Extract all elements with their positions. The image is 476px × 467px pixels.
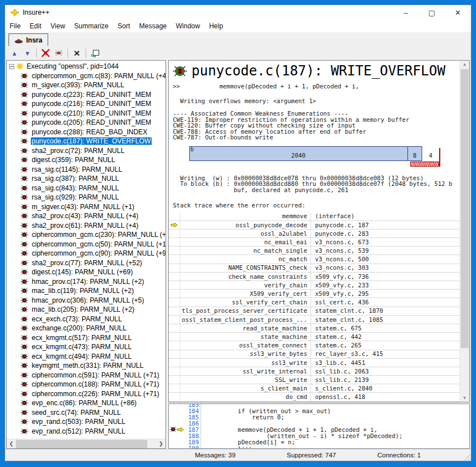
- address-info: Writing (w) : 0x00000038d8dce078 thru 0x…: [169, 175, 460, 193]
- menu-item[interactable]: File: [5, 20, 25, 32]
- stack-frame-row[interactable]: do_cmd openssl.c, 418: [169, 393, 460, 401]
- tree-message-item[interactable]: hmac_prov.c(174): PARM_NULL (+2): [7, 277, 165, 287]
- stack-frame-row[interactable]: nc_email_eai v3_ncons.c, 673: [169, 238, 460, 247]
- stack-frame-row[interactable]: memmove (interface): [169, 213, 460, 221]
- tree-message-item[interactable]: evp_rand.c(503): PARM_NULL: [7, 417, 165, 427]
- tree-horizontal-scrollbar[interactable]: ❮ ❯: [7, 439, 165, 448]
- tree-message-item[interactable]: ciphercommon_gcm.c(83): PARM_NULL (+4): [7, 71, 165, 81]
- tree-message-item[interactable]: rsa_sig.c(843): PARM_NULL: [7, 184, 165, 193]
- stack-frame-row[interactable]: check_name_constraints x509_vfy.c, 736: [169, 273, 460, 281]
- tree-message-item[interactable]: m_sigver.c(393): PARM_NULL: [7, 80, 165, 90]
- edit-source-button[interactable]: [88, 47, 101, 59]
- tree-message-item[interactable]: ciphercommon_gcm.c(50): PARM_NULL (+14): [7, 240, 165, 249]
- scroll-left-icon[interactable]: ❮: [7, 441, 16, 447]
- stack-frame-row[interactable]: SSL_write ssl_lib.c, 2139: [169, 376, 460, 384]
- scrollbar-thumb[interactable]: [461, 69, 469, 348]
- menu-item[interactable]: Edit: [25, 20, 46, 32]
- tree-message-item[interactable]: ecx_kmgmt.c(494): PARM_NULL: [7, 352, 165, 362]
- tree-message-item[interactable]: ecx_kmgmt.c(473): PARM_NULL: [7, 342, 165, 352]
- delete-button[interactable]: ✕: [70, 47, 83, 59]
- stack-frame-row[interactable]: X509_verify_cert x509_vfy.c, 295: [169, 290, 460, 298]
- tree-message-item[interactable]: seed_src.c(74): PARM_NULL: [7, 408, 165, 418]
- stack-frame-row[interactable]: s_client_main s_client.c, 2840: [169, 384, 460, 393]
- tree-message-item[interactable]: keymgmt_meth.c(331): PARM_NULL: [7, 361, 165, 371]
- line-number: 190: [184, 445, 201, 449]
- detail-header: punycode.c(187): WRITE_OVERFLOW: [172, 63, 460, 78]
- kill-message-button[interactable]: [39, 47, 52, 59]
- tree-message-item[interactable]: sha2_prov.c(77): PARM_NULL (+52): [7, 258, 165, 268]
- stack-frame-row[interactable]: nc_match_single v3_ncons.c, 539: [169, 247, 460, 255]
- tree-message-item[interactable]: sha2_prov.c(72): PARM_NULL: [7, 146, 165, 156]
- stack-frame-row[interactable]: ssl_verify_cert_chain ssl_cert.c, 436: [169, 298, 460, 307]
- menu-item[interactable]: Help: [205, 20, 228, 32]
- tree-root-process[interactable]: Executing "openssl", pid=1044: [7, 62, 165, 71]
- scroll-right-icon[interactable]: ❯: [156, 441, 165, 447]
- tree-message-item[interactable]: mac_lib.c(205): PARM_NULL (+2): [7, 305, 165, 315]
- stack-frame-row[interactable]: ssl3_write_bytes rec_layer_s3.c, 415: [169, 350, 460, 359]
- tree-message-item[interactable]: rsa_sig.c(387): PARM_NULL: [7, 174, 165, 184]
- menu-item[interactable]: View: [46, 20, 70, 32]
- close-button[interactable]: ✕: [445, 5, 471, 20]
- stack-location: (interface): [311, 213, 460, 220]
- collapse-icon[interactable]: [9, 64, 14, 69]
- tree-message-item[interactable]: punycode.c(288): READ_BAD_INDEX: [7, 128, 165, 137]
- tree-message-item[interactable]: digest.c(145): PARM_NULL (+69): [7, 268, 165, 277]
- tree-message-item[interactable]: punycode.c(216): READ_UNINIT_MEM: [7, 99, 165, 109]
- overflow-boundary: [439, 148, 440, 167]
- stack-frame-row[interactable]: ossl_statem_connect statem.c, 265: [169, 341, 460, 350]
- menu-item[interactable]: Sort: [113, 20, 135, 32]
- previous-message-button[interactable]: ▲: [8, 47, 21, 59]
- tree-message-item[interactable]: punycode.c(205): READ_UNINIT_MEM: [7, 118, 165, 128]
- stack-frame-row[interactable]: verify_chain x509_vfy.c, 233: [169, 281, 460, 290]
- menu-item[interactable]: Summarize: [70, 20, 113, 32]
- tree-message-item[interactable]: ciphercommon.c(188): PARM_NULL (+71): [7, 380, 165, 389]
- maximize-button[interactable]: ▢: [419, 5, 445, 20]
- tree-root-label: Executing "openssl", pid=1044: [26, 62, 120, 70]
- tree-message-item[interactable]: ecx_kmgmt.c(517): PARM_NULL: [7, 333, 165, 343]
- tree-message-item[interactable]: ciphercommon.c(226): PARM_NULL (+71): [7, 389, 165, 399]
- stack-frame-row[interactable]: NAME_CONSTRAINTS_check v3_ncons.c, 303: [169, 264, 460, 273]
- tree-message-item[interactable]: hmac_prov.c(306): PARM_NULL (+5): [7, 296, 165, 305]
- detail-vertical-scrollbar[interactable]: ∧ ∨: [460, 61, 469, 402]
- stack-frame-row[interactable]: ssl_write_internal ssl_lib.c, 2063: [169, 367, 460, 376]
- tree-message-item[interactable]: evp_enc.c(86): PARM_NULL (+86): [7, 398, 165, 408]
- tree-message-item[interactable]: digest.c(359): PARM_NULL: [7, 155, 165, 165]
- tab-insra[interactable]: Insra: [8, 33, 48, 46]
- menu-item[interactable]: Message: [135, 20, 172, 32]
- tree-message-item[interactable]: punycode.c(210): READ_UNINIT_MEM: [7, 109, 165, 118]
- minimize-button[interactable]: –: [393, 5, 419, 20]
- tree-message-item[interactable]: punycode.c(223): READ_UNINIT_MEM: [7, 90, 165, 100]
- block-label: b: [190, 147, 194, 153]
- stack-frame-row[interactable]: ossl_punycode_decode punycode.c, 187: [169, 221, 460, 230]
- suppress-message-button[interactable]: [52, 47, 65, 59]
- tree-message-item[interactable]: exchange.c(200): PARM_NULL: [7, 324, 165, 333]
- stack-frame-row[interactable]: nc_match v3_ncons.c, 500: [169, 255, 460, 264]
- tree-message-item[interactable]: m_sigver.c(43): PARM_NULL (+1): [7, 202, 165, 212]
- tree-message-item[interactable]: evp_rand.c(512): PARM_NULL: [7, 427, 165, 436]
- tree-message-item[interactable]: rsa_sig.c(1145): PARM_NULL: [7, 165, 165, 175]
- tree-message-item[interactable]: ciphercommon_gcm.c(90): PARM_NULL (+9): [7, 249, 165, 258]
- tree-item-label: rsa_sig.c(929): PARM_NULL: [31, 193, 120, 201]
- stack-frame-row[interactable]: ssl3_write s3_lib.c, 4451: [169, 359, 460, 367]
- tree-message-item[interactable]: ciphercommon_gcm.c(230): PARM_NULL (+14: [7, 230, 165, 240]
- tree-message-item[interactable]: punycode.c(187): WRITE_OVERFLOW: [7, 137, 165, 146]
- stack-frame-row[interactable]: read_state_machine statem.c, 675: [169, 324, 460, 333]
- tree-message-item[interactable]: ciphercommon.c(591): PARM_NULL (+71): [7, 371, 165, 380]
- kill-bug-icon: [41, 49, 50, 57]
- tree-message-item[interactable]: sha2_prov.c(61): PARM_NULL (+4): [7, 221, 165, 231]
- tree-message-item[interactable]: ecx_exch.c(73): PARM_NULL: [7, 315, 165, 324]
- tree-message-item[interactable]: sha2_prov.c(43): PARM_NULL (+4): [7, 211, 165, 221]
- overflow-size: 4: [422, 152, 439, 159]
- scroll-up-icon[interactable]: ∧: [460, 61, 469, 69]
- stack-frame-row[interactable]: state_machine statem.c, 442: [169, 333, 460, 341]
- next-message-button[interactable]: ▼: [21, 47, 34, 59]
- scroll-down-icon[interactable]: ∨: [460, 393, 469, 402]
- resize-grip[interactable]: [463, 453, 470, 460]
- scrollbar-thumb[interactable]: [16, 440, 147, 448]
- stack-frame-row[interactable]: ossl_statem_client_post_process_... stat…: [169, 316, 460, 324]
- stack-frame-row[interactable]: ossl_a2ulabel punycode.c, 283: [169, 230, 460, 238]
- menu-item[interactable]: Window: [171, 20, 205, 32]
- stack-frame-row[interactable]: tls_post_process_server_certificate stat…: [169, 307, 460, 316]
- tree-message-item[interactable]: mac_lib.c(119): PARM_NULL (+2): [7, 286, 165, 296]
- tree-message-item[interactable]: rsa_sig.c(929): PARM_NULL: [7, 193, 165, 202]
